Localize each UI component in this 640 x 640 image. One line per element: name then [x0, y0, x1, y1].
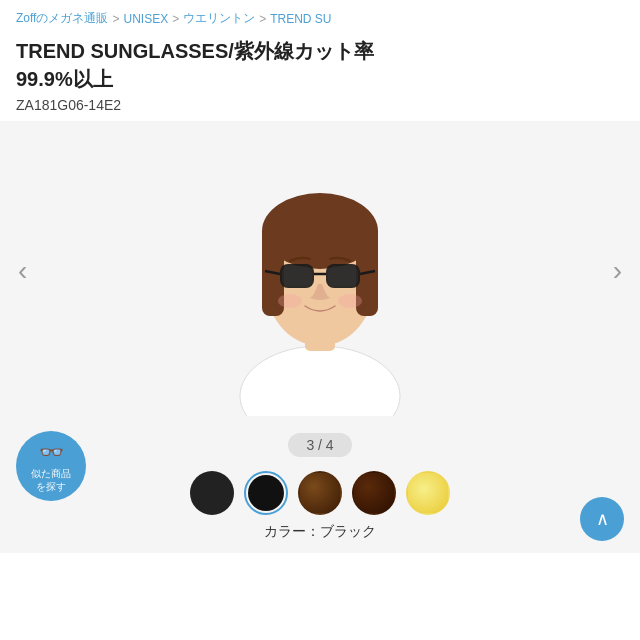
color-swatch-yellow[interactable] [406, 471, 450, 515]
chevron-up-icon: ∧ [596, 508, 609, 530]
product-code: ZA181G06-14E2 [0, 95, 640, 121]
separator-1: > [112, 12, 119, 26]
breadcrumb-zoff[interactable]: Zoffのメガネ通販 [16, 10, 108, 27]
scroll-top-button[interactable]: ∧ [580, 497, 624, 541]
next-button[interactable]: › [603, 245, 632, 297]
product-image-container: ‹ [0, 121, 640, 421]
color-label: カラー：ブラック [16, 523, 624, 541]
svg-point-14 [278, 294, 302, 308]
color-swatch-black2[interactable] [244, 471, 288, 515]
color-prefix: カラー： [264, 523, 320, 539]
similar-label: 似た商品を探す [31, 467, 71, 493]
glasses-icon: 👓 [39, 439, 64, 465]
model-image [170, 126, 470, 416]
breadcrumb-wellington[interactable]: ウエリントン [183, 10, 255, 27]
breadcrumb-unisex[interactable]: UNISEX [123, 12, 168, 26]
page-indicator: 3 / 4 [16, 433, 624, 457]
pagination-label: 3 / 4 [288, 433, 351, 457]
separator-2: > [172, 12, 179, 26]
svg-point-15 [338, 294, 362, 308]
breadcrumb: Zoffのメガネ通販 > UNISEX > ウエリントン > TREND SU [0, 0, 640, 33]
breadcrumb-trend[interactable]: TREND SU [270, 12, 331, 26]
svg-rect-12 [282, 266, 312, 286]
color-swatch-tortoise[interactable] [298, 471, 342, 515]
svg-rect-13 [328, 266, 358, 286]
prev-button[interactable]: ‹ [8, 245, 37, 297]
separator-3: > [259, 12, 266, 26]
bottom-section: 👓 似た商品を探す 3 / 4 カラー：ブラック ∧ [0, 421, 640, 553]
color-value: ブラック [320, 523, 376, 539]
product-title: TREND SUNGLASSES/紫外線カット率 99.9%以上 [0, 33, 640, 95]
color-swatch-black1[interactable] [190, 471, 234, 515]
color-options [16, 471, 624, 515]
similar-products-button[interactable]: 👓 似た商品を探す [16, 431, 86, 501]
color-swatch-dark-tortoise[interactable] [352, 471, 396, 515]
